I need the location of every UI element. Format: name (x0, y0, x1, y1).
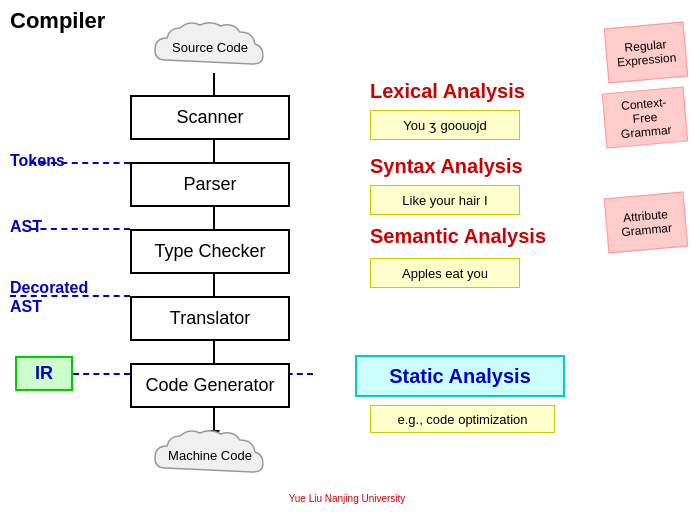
lexical-example: You ʒ goouojd (370, 110, 520, 140)
compiler-title: Compiler (10, 8, 105, 34)
source-cloud-label: Source Code (172, 40, 248, 55)
machine-cloud-label: Machine Code (168, 448, 252, 463)
syntax-title: Syntax Analysis (370, 155, 523, 178)
attr-box: Attribute Grammar (604, 192, 688, 254)
syntax-example: Like your hair I (370, 185, 520, 215)
lexical-title: Lexical Analysis (370, 80, 525, 103)
compiler-diagram: Compiler Source Code Scanner Tokens Pars… (0, 0, 694, 512)
watermark: Yue Liu Nanjing University (289, 493, 406, 504)
regex-box: Regular Expression (604, 22, 688, 84)
semantic-example: Apples eat you (370, 258, 520, 288)
source-cloud: Source Code (145, 20, 275, 75)
codegen-box: Code Generator (130, 363, 290, 408)
decorated-label: Decorated AST (10, 278, 88, 316)
translator-box: Translator (130, 296, 290, 341)
ast-label: AST (10, 218, 42, 236)
parser-box: Parser (130, 162, 290, 207)
scanner-box: Scanner (130, 95, 290, 140)
ir-box: IR (15, 356, 73, 391)
cfg-box: Context-Free Grammar (602, 87, 688, 149)
tokens-label: Tokens (10, 152, 65, 170)
ast-dashed (30, 228, 130, 230)
static-analysis-box: Static Analysis (355, 355, 565, 397)
semantic-title: Semantic Analysis (370, 225, 546, 248)
static-example: e.g., code optimization (370, 405, 555, 433)
typechecker-box: Type Checker (130, 229, 290, 274)
machine-cloud: Machine Code (145, 428, 275, 483)
